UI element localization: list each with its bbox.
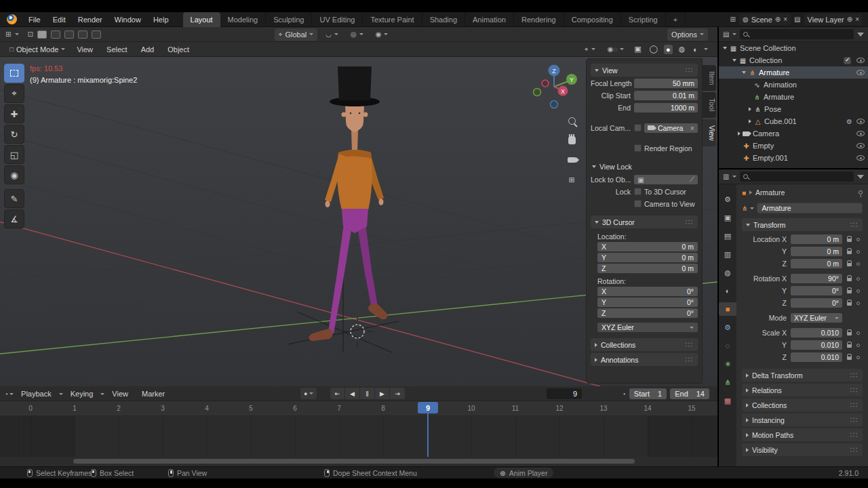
scale-y-field[interactable]: 0.010 bbox=[791, 340, 842, 350]
lock-to-object-field[interactable]: ▣⟋ bbox=[634, 175, 698, 184]
transform-tool-button[interactable]: ◉ bbox=[4, 165, 24, 184]
select-box-tool-button[interactable] bbox=[4, 64, 24, 83]
jump-to-start-button[interactable]: ⇤ bbox=[330, 388, 345, 399]
rotation-z-field[interactable]: 0° bbox=[791, 298, 842, 308]
cursor-tool-button[interactable]: ⌖ bbox=[4, 84, 24, 103]
add-workspace-button[interactable]: + bbox=[666, 12, 686, 27]
new-view-layer-icon[interactable]: ⊕ bbox=[847, 16, 852, 23]
motion-paths-section[interactable]: Motion Paths bbox=[742, 428, 863, 441]
annotations-section-header[interactable]: Annotations bbox=[591, 353, 698, 366]
object-name-field[interactable]: Armature bbox=[757, 203, 863, 214]
menu-help[interactable]: Help bbox=[147, 12, 175, 27]
menu-render[interactable]: Render bbox=[72, 12, 108, 27]
move-tool-button[interactable]: ✚ bbox=[4, 104, 24, 123]
outliner-search-input[interactable] bbox=[740, 29, 854, 39]
lock-icon[interactable] bbox=[847, 332, 852, 336]
timeline-ruler[interactable]: 0 1 2 3 4 5 6 7 8 10 11 12 13 14 15 bbox=[0, 401, 717, 416]
view-lock-section-header[interactable]: View Lock bbox=[591, 161, 698, 173]
navigation-gizmo[interactable]: Z Y X bbox=[530, 62, 578, 111]
cursor-section-header[interactable]: 3D Cursor bbox=[591, 216, 698, 228]
blender-logo-icon[interactable] bbox=[7, 14, 17, 24]
timeline-menu-marker[interactable]: Marker bbox=[136, 386, 171, 401]
sidebar-tab-view[interactable]: View bbox=[703, 119, 716, 147]
tab-object-data[interactable]: ⋔ bbox=[719, 375, 736, 389]
outliner-row-armature-data[interactable]: ⋔ Armature bbox=[719, 91, 868, 103]
workspace-tab-rendering[interactable]: Rendering bbox=[514, 12, 564, 27]
lock-icon[interactable] bbox=[847, 357, 852, 360]
properties-search-input[interactable] bbox=[740, 171, 854, 182]
workspace-tab-compositing[interactable]: Compositing bbox=[564, 12, 621, 27]
eye-icon[interactable] bbox=[856, 131, 865, 136]
filter-icon[interactable] bbox=[857, 33, 864, 37]
select-mode-subtract-icon[interactable] bbox=[64, 30, 74, 39]
playhead-frame-badge[interactable]: 9 bbox=[418, 402, 438, 413]
viewport-menu-add[interactable]: Add bbox=[135, 42, 161, 57]
camera-view-button[interactable] bbox=[565, 153, 578, 167]
select-mode-invert-icon[interactable] bbox=[78, 30, 87, 39]
workspace-tab-modeling[interactable]: Modeling bbox=[220, 12, 267, 27]
proportional-editing-dropdown[interactable]: ◎ bbox=[347, 28, 368, 41]
scale-tool-button[interactable]: ◱ bbox=[4, 145, 24, 164]
pin-icon[interactable] bbox=[859, 190, 863, 195]
timeline-scrollbar[interactable] bbox=[73, 459, 635, 464]
viewport-menu-select[interactable]: Select bbox=[100, 42, 134, 57]
tab-physics[interactable]: ◌ bbox=[719, 339, 736, 352]
options-dropdown[interactable]: Options bbox=[667, 28, 708, 41]
properties-editor-icon[interactable]: ▥ bbox=[723, 173, 729, 180]
menu-window[interactable]: Window bbox=[108, 12, 147, 27]
sidebar-tab-item[interactable]: Item bbox=[703, 65, 716, 91]
select-mode-new-icon[interactable] bbox=[37, 30, 47, 39]
current-frame-field[interactable]: 9 bbox=[547, 388, 582, 399]
lock-icon[interactable] bbox=[847, 278, 852, 281]
clip-end-field[interactable]: 1000 m bbox=[634, 103, 698, 113]
scene-selector[interactable]: ◍ Scene ⊕ × bbox=[739, 14, 791, 25]
tab-world[interactable]: ◐ bbox=[719, 284, 736, 298]
delta-transform-section[interactable]: Delta Transform bbox=[742, 369, 863, 382]
eye-icon[interactable] bbox=[856, 143, 865, 148]
location-y-field[interactable]: 0 m bbox=[791, 247, 842, 256]
outliner-row-cube[interactable]: △ Cube.001 ⚙ bbox=[719, 115, 868, 127]
timeline-editor-icon[interactable]: ◔ bbox=[4, 390, 8, 398]
cursor-location-x-field[interactable]: X0 m bbox=[597, 242, 698, 251]
location-z-field[interactable]: 0 m bbox=[791, 259, 842, 268]
lock-3d-cursor-checkbox[interactable] bbox=[634, 188, 642, 195]
eye-icon[interactable] bbox=[856, 58, 865, 63]
collections-section-header[interactable]: Collections bbox=[591, 338, 698, 351]
tab-tool[interactable]: ⚙ bbox=[719, 192, 736, 206]
view-layer-selector[interactable]: View Layer ⊕ × bbox=[804, 14, 863, 25]
animate-dot[interactable] bbox=[856, 262, 860, 266]
close-scene-icon[interactable]: × bbox=[783, 16, 787, 23]
cursor-rotation-y-field[interactable]: Y0° bbox=[597, 298, 698, 307]
transform-section-header[interactable]: Transform bbox=[742, 218, 863, 231]
focal-length-field[interactable]: 50 mm bbox=[634, 79, 698, 88]
lock-icon[interactable] bbox=[847, 302, 852, 306]
select-mode-extend-icon[interactable] bbox=[51, 30, 60, 39]
timeline-menu-view[interactable]: View bbox=[106, 386, 134, 401]
editor-type-icon[interactable]: ⊞ bbox=[5, 30, 11, 38]
timeline-menu-keying[interactable]: Keying bbox=[64, 386, 100, 401]
frame-end-field[interactable]: End14 bbox=[670, 388, 709, 399]
lock-icon[interactable] bbox=[847, 239, 852, 242]
outliner-row-pose[interactable]: ⋔ Pose bbox=[719, 103, 868, 115]
close-view-layer-icon[interactable]: × bbox=[855, 16, 859, 23]
sidebar-tab-tool[interactable]: Tool bbox=[703, 92, 716, 117]
rotate-tool-button[interactable]: ↻ bbox=[4, 125, 24, 144]
viewport-menu-object[interactable]: Object bbox=[161, 42, 195, 57]
animate-dot[interactable] bbox=[856, 344, 860, 347]
xray-toggle[interactable]: ▣ bbox=[632, 44, 643, 54]
screen-layout-icon[interactable]: ⊞ bbox=[730, 16, 736, 23]
animate-dot[interactable] bbox=[856, 302, 860, 305]
workspace-tab-texture-paint[interactable]: Texture Paint bbox=[363, 12, 422, 27]
jump-to-end-button[interactable]: ⇥ bbox=[390, 388, 405, 399]
menu-edit[interactable]: Edit bbox=[47, 12, 72, 27]
select-mode-intersect-icon[interactable] bbox=[92, 30, 101, 39]
pause-button[interactable]: ‖ bbox=[360, 388, 375, 399]
animate-dot[interactable] bbox=[856, 331, 860, 335]
outliner-row-scene-collection[interactable]: ▦ Scene Collection bbox=[719, 42, 868, 54]
lock-icon[interactable] bbox=[847, 251, 852, 254]
instancing-section[interactable]: Instancing bbox=[742, 413, 863, 426]
eye-icon[interactable] bbox=[856, 70, 865, 75]
new-scene-icon[interactable]: ⊕ bbox=[775, 16, 781, 23]
view-section-header[interactable]: View bbox=[591, 64, 698, 77]
filter-icon[interactable] bbox=[857, 175, 864, 179]
